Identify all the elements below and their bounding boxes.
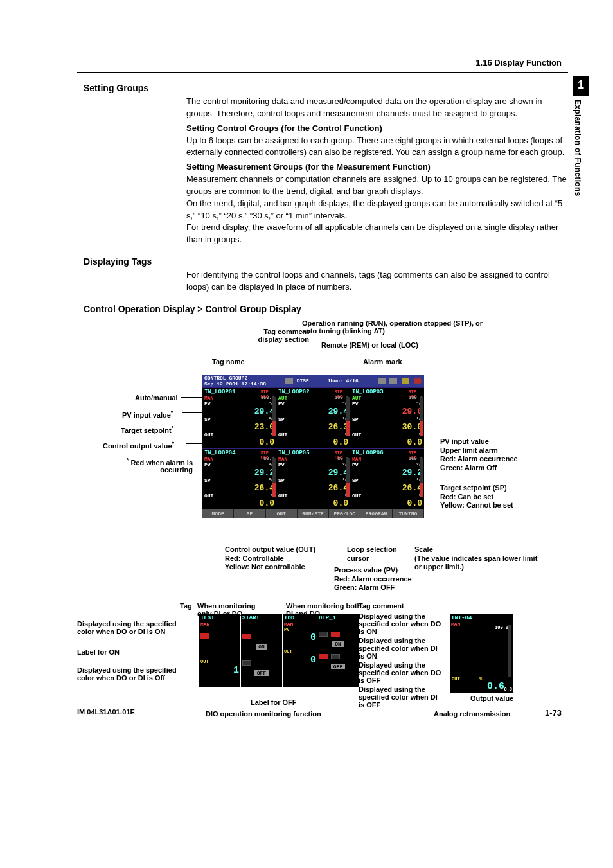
label-dio-l1a: Displayed using the specified color when… <box>77 620 193 636</box>
loop-cell[interactable]: IN_LOOP03STPLOCAUT100.0PV°C29.6SP°C30.0O… <box>350 387 424 448</box>
clock-icon <box>285 378 293 384</box>
key-icon <box>389 378 397 384</box>
page-footer: IM 04L31A01-01E 1-73 <box>77 705 562 718</box>
label-alarm-mark: Alarm mark <box>363 358 402 366</box>
soft-key[interactable]: OUT <box>266 509 298 518</box>
label-dio-r2: Displayed using the specified color when… <box>359 637 442 660</box>
soft-key[interactable]: RUN/STP <box>298 509 329 518</box>
label-right-pv: PV input value Upper limit alarm Red: Al… <box>440 438 549 473</box>
label-pv-input: PV input value* <box>122 409 173 419</box>
dio-panel-tdd: TDD MAN PV 0 OUT 0 <box>283 614 317 687</box>
heading-control-operation-display: Control Operation Display > Control Grou… <box>84 304 568 314</box>
label-auto-manual: Auto/manual <box>135 394 178 402</box>
loop-cell[interactable]: IN_LOOP05STPLOCMAN80.0PV°C29.4SP°C26.4OU… <box>276 448 350 509</box>
alarm-icon <box>414 378 422 384</box>
para: The control monitoring data and measured… <box>186 96 568 120</box>
soft-key[interactable]: SP <box>234 509 265 518</box>
para: Up to 6 loops can be assigned to each gr… <box>186 135 568 159</box>
label-output-value: Output value <box>470 695 513 702</box>
label-dio-l2a: Displayed using the specified color when… <box>77 666 193 682</box>
label-target-sp: Target setpoint* <box>121 425 173 434</box>
loop-cell[interactable]: IN_LOOP02STPLOCAUT100.0PV°C29.4SP°C26.3O… <box>276 387 350 448</box>
label-right-sp: Target setpoint (SP) Red: Can be set Yel… <box>440 484 549 510</box>
disk-icon <box>378 378 386 384</box>
para: Measurement channels or computation chan… <box>186 173 568 198</box>
doc-id: IM 04L31A01-01E <box>77 708 135 716</box>
label-tag-name: Tag name <box>212 358 245 366</box>
label-op-run: Operation running (RUN), operation stopp… <box>302 319 488 335</box>
label-dio-r3: Displayed using the specified color when… <box>359 661 442 684</box>
soft-key[interactable]: PROGRAM <box>360 509 392 518</box>
label-tag-comment2: Tag comment <box>359 602 404 610</box>
dio-panel-dip1: DIP_1 ON OFF <box>317 614 359 687</box>
label-on: Label for ON <box>77 648 120 656</box>
dio-panel-int04: INT-04 MAN 100.0 OUT % 0.6 0.0 <box>450 614 513 693</box>
subhead: Setting Control Groups (for the Control … <box>186 123 568 135</box>
soft-key[interactable]: PRG/LOC <box>329 509 360 518</box>
label-out-value: Control output value* <box>103 440 174 450</box>
heading-displaying-tags: Displaying Tags <box>84 256 568 267</box>
dio-panel-start: START ON OFF <box>241 614 282 687</box>
label-scale: Scale (The value indicates span lower li… <box>414 545 543 572</box>
label-dio-r1: Displayed using the specified color when… <box>359 612 442 635</box>
label-tag-comment: Tag comment display section <box>254 328 309 343</box>
loop-cell[interactable]: IN_LOOP06STPLOCMAN150.0PV°C29.2SP°C26.4O… <box>350 448 424 509</box>
chapter-label: Explanation of Functions <box>573 96 582 197</box>
mail-icon <box>402 378 409 384</box>
soft-key[interactable]: MODE <box>202 509 234 518</box>
label-loop-cursor: Loop selection cursor <box>347 545 405 563</box>
label-rem-loc: Remote (REM) or local (LOC) <box>321 341 418 349</box>
side-tab: 1 Explanation of Functions <box>573 76 589 197</box>
label-pv-bottom: Process value (PV) Red: Alarm occurrence… <box>334 566 431 592</box>
para: For trend display, the waveform of all a… <box>186 222 568 246</box>
status-bar: CONTROL_GROUP2Sep.12.2001 17:14:38 DISP … <box>202 375 424 387</box>
dio-panel-test: TEST MAN OUT 1 <box>199 614 240 687</box>
label-red-alarm: * Red when alarm is occurring <box>116 457 193 474</box>
figure: Operation running (RUN), operation stopp… <box>77 319 568 718</box>
subhead: Setting Measurement Groups (for the Meas… <box>186 161 568 173</box>
chapter-number: 1 <box>573 76 589 96</box>
loop-cell[interactable]: IN_LOOP04STPLOCMAN80.0PV°C29.2SP°C26.4OU… <box>202 448 276 509</box>
label-tag: Tag <box>180 602 192 610</box>
header-section: 1.16 Display Function <box>475 58 562 67</box>
soft-keys[interactable]: MODESPOUTRUN/STPPRG/LOCPROGRAMTUNING <box>202 509 424 518</box>
controller-screenshot: CONTROL_GROUP2Sep.12.2001 17:14:38 DISP … <box>202 375 424 518</box>
heading-setting-groups: Setting Groups <box>84 83 568 93</box>
label-out-bottom: Control output value (OUT) Red: Controll… <box>225 545 328 572</box>
loop-cell[interactable]: IN_LOOP01STPLOCMAN150.0PV°C29.4SP°C23.0O… <box>202 387 276 448</box>
para: For identifying the control loops and ch… <box>186 269 568 294</box>
page-number: 1-73 <box>545 708 562 718</box>
soft-key[interactable]: TUNING <box>393 509 424 518</box>
para: On the trend, digital, and bar graph dis… <box>186 198 568 222</box>
